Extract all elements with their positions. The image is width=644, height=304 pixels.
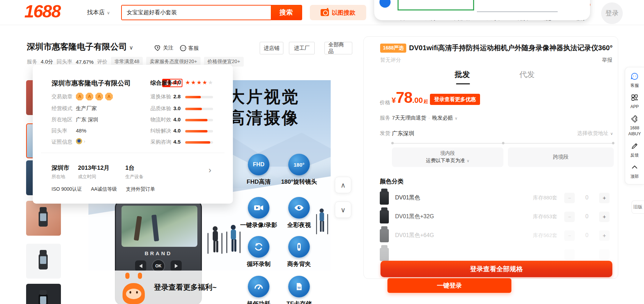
rail-customer-service[interactable]: 客服 <box>625 72 644 88</box>
service-face-icon <box>180 45 187 52</box>
service-score-label: 服务 <box>27 59 37 65</box>
logo-1688[interactable]: 1688 <box>24 1 60 22</box>
chevron-right-icon[interactable]: › <box>209 165 211 175</box>
device-screen <box>121 206 197 247</box>
store-name-dropdown[interactable]: 深圳市惠客隆电子有限公司∨ <box>27 41 133 52</box>
follow-button[interactable]: 关注 <box>154 45 173 51</box>
info-label: 所在地区 <box>52 116 72 123</box>
qty-plus-button[interactable]: ＋ <box>599 193 610 203</box>
highlighted-field[interactable] <box>398 0 474 10</box>
login-button[interactable]: 登录 <box>601 2 623 24</box>
camera-thumb-art <box>39 254 48 269</box>
device-left-button <box>135 260 146 272</box>
device-brand-label: BRAND <box>116 250 201 256</box>
crossborder-freight-box[interactable]: 跨境段 <box>508 147 614 167</box>
info-label: 回头率 <box>52 128 67 134</box>
camera-icon <box>321 9 329 16</box>
camera-thumb-art <box>39 211 48 227</box>
image-search-button[interactable]: 以图搜款 <box>310 5 366 20</box>
feature-nightvision: 全彩夜视 <box>273 197 325 229</box>
qty-minus-button[interactable]: － <box>564 193 575 203</box>
service-dropdown[interactable]: 7天无理由退货·晚发必赔∨ <box>392 115 457 121</box>
search-scope-dropdown[interactable]: 找本店∨ <box>87 8 110 16</box>
chevron-down-icon: ∨ <box>610 131 613 136</box>
qty-value[interactable]: 0 <box>578 213 596 220</box>
sku-thumbnail <box>380 229 389 242</box>
qty-plus-button[interactable]: ＋ <box>599 212 610 222</box>
rail-aibuy[interactable]: 1688AIBUY <box>625 115 644 136</box>
fact-value: 深圳市 <box>52 164 69 172</box>
info-value: 48% <box>76 128 86 134</box>
info-label: 经营模式 <box>52 105 72 112</box>
sku-row: DV01黑色 库存880套 － 0 ＋ <box>364 189 618 207</box>
metric-bar <box>185 119 213 121</box>
medal-label: 交易勋章 <box>52 93 72 100</box>
sku-stock: 库存653套 <box>533 213 557 220</box>
page: 1688 找本店∨ 搜索 以图搜款 首页 我的阿里 下载插件 我的订单 <box>0 0 644 304</box>
repeat-rate-value: 47.67% <box>76 59 94 65</box>
one-key-login-button[interactable]: 一键登录 <box>387 278 511 293</box>
search-scope-label: 找本店 <box>87 9 105 16</box>
hero-headline: 大片视觉 高清摄像 <box>228 86 299 128</box>
fact-value: 2013年12月 <box>78 164 110 172</box>
enter-shop-button[interactable]: 进店铺 <box>260 42 283 54</box>
scroll-down-button[interactable]: ∨ <box>335 202 351 218</box>
product-panel: 1688严选 DV01wifi高清手持防抖运动相机户外随身录像神器执法记录仪36… <box>363 36 618 279</box>
chevron-down-icon: ∨ <box>107 10 110 15</box>
shipping-label: 发货 <box>380 130 390 137</box>
sku-section-title: 颜色分类 <box>380 177 403 185</box>
login-more-deals-button[interactable]: 登录查看更多优惠 <box>430 94 480 105</box>
qty-minus-button <box>564 249 575 260</box>
qty-minus-button[interactable]: － <box>564 212 575 222</box>
price-label: 价格 <box>380 99 390 106</box>
store-service-button[interactable]: 客服 <box>180 45 199 52</box>
overall-service-score: 4.0 <box>173 79 181 86</box>
qty-minus-button[interactable]: － <box>564 230 575 241</box>
gallery-thumbnail-6[interactable] <box>26 284 61 304</box>
eye-icon <box>288 197 310 219</box>
sku-thumbnail <box>380 191 389 205</box>
sku-row: DV01黑色+32G 库存653套 － 0 ＋ <box>364 207 618 226</box>
chevron-down-icon: ∨ <box>340 206 346 214</box>
follow-label: 关注 <box>163 45 173 51</box>
rail-feedback[interactable]: 反馈 <box>625 142 644 158</box>
store-name: 深圳市惠客隆电子有限公司 <box>27 42 127 51</box>
scroll-up-button[interactable]: ∧ <box>335 177 351 193</box>
cert-tag: AA诚信等级 <box>91 186 117 192</box>
qty-value[interactable]: 0 <box>578 195 596 201</box>
puzzle-icon <box>630 115 639 123</box>
sku-row: DV01黑色+64G 库存562套 － 0 ＋ <box>364 226 618 245</box>
metric-score: 4.0 <box>173 128 181 134</box>
tab-dropship[interactable]: 代发 <box>519 69 535 80</box>
side-rail: 客服 APP 1688AIBUY 反馈 顶部 <box>625 67 644 184</box>
search-button[interactable]: 搜索 <box>271 6 301 20</box>
domestic-freight-dropdown[interactable]: 境内段 运费以下单页为准∨ <box>392 147 503 167</box>
chevron-down-icon: ∨ <box>466 159 469 163</box>
qty-value[interactable]: 0 <box>578 232 596 238</box>
metric-bar <box>185 96 213 98</box>
qty-plus-button[interactable]: ＋ <box>599 230 610 241</box>
cert-tag: ISO 9000认证 <box>52 186 82 192</box>
report-link[interactable]: 举报 <box>602 57 612 63</box>
all-products-button[interactable]: 全部商品 <box>324 42 352 54</box>
store-info-popup: 深圳市惠客隆电子有限公司 诚 4年 综合服务 4.0 ★★★★★ 交易勋章 AA… <box>33 65 233 204</box>
login-view-specs-button[interactable]: 登录查看全部规格 <box>380 261 612 277</box>
enter-factory-button[interactable]: 进工厂 <box>289 42 315 54</box>
old-version-button[interactable]: 旧版 <box>631 200 644 214</box>
search-input[interactable] <box>122 6 271 20</box>
sku-name: DV01黑色+64G <box>395 232 434 239</box>
gallery-thumbnail-5[interactable] <box>26 244 61 279</box>
device-right-button <box>171 260 182 272</box>
tab-wholesale[interactable]: 批发 <box>455 69 470 80</box>
license-link[interactable]: › <box>76 138 85 144</box>
repeat-rate-label: 回头率 <box>57 59 72 65</box>
login-banner-text: 登录查看更多福利~ <box>154 271 217 304</box>
rail-back-to-top[interactable]: 顶部 <box>625 163 644 179</box>
rotate-180-icon: 180° <box>288 154 310 175</box>
gallery-thumbnail-4[interactable] <box>26 201 61 236</box>
address-select[interactable]: 选择收货地址∨ <box>577 130 613 137</box>
rail-app[interactable]: APP <box>625 93 644 109</box>
chat-face-icon <box>630 72 639 81</box>
no-rating-label: 暂无评分 <box>380 57 401 63</box>
hero-line-2: 高清摄像 <box>228 107 299 128</box>
